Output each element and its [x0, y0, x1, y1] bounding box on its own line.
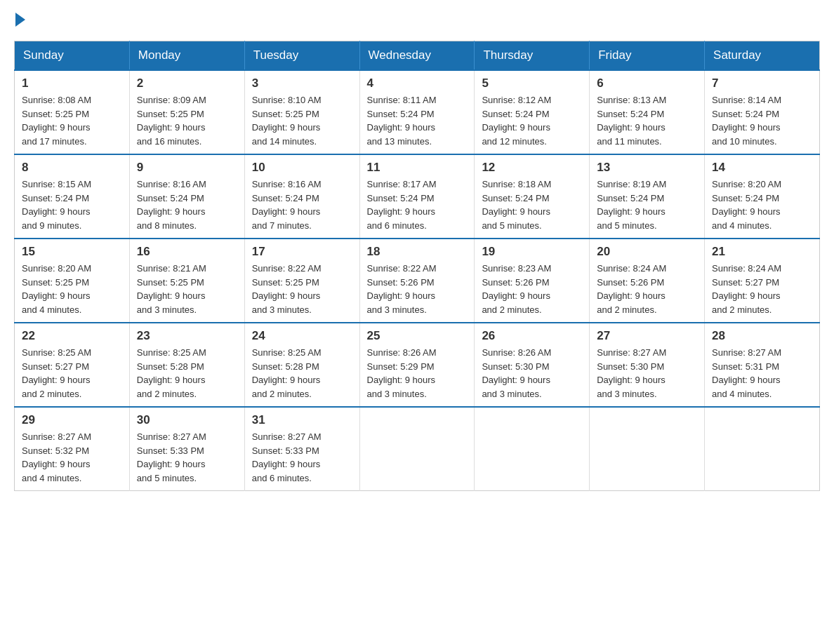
- day-info: Sunrise: 8:09 AMSunset: 5:25 PMDaylight:…: [137, 93, 237, 148]
- logo-blue-container: [14, 14, 25, 27]
- day-number: 4: [367, 76, 468, 90]
- day-info: Sunrise: 8:19 AMSunset: 5:24 PMDaylight:…: [597, 177, 697, 232]
- calendar-week-row: 8Sunrise: 8:15 AMSunset: 5:24 PMDaylight…: [15, 154, 820, 239]
- calendar-day-cell: 28Sunrise: 8:27 AMSunset: 5:31 PMDayligh…: [705, 323, 820, 407]
- calendar-day-cell: [705, 407, 820, 491]
- calendar-day-cell: 20Sunrise: 8:24 AMSunset: 5:26 PMDayligh…: [590, 239, 705, 323]
- calendar-day-cell: 29Sunrise: 8:27 AMSunset: 5:32 PMDayligh…: [15, 407, 130, 491]
- day-number: 20: [597, 245, 697, 259]
- day-number: 12: [482, 161, 582, 175]
- day-number: 21: [712, 245, 812, 259]
- calendar-day-cell: 11Sunrise: 8:17 AMSunset: 5:24 PMDayligh…: [359, 154, 475, 239]
- calendar-day-cell: 12Sunrise: 8:18 AMSunset: 5:24 PMDayligh…: [475, 154, 590, 239]
- day-info: Sunrise: 8:25 AMSunset: 5:28 PMDaylight:…: [137, 346, 237, 401]
- calendar-day-cell: 2Sunrise: 8:09 AMSunset: 5:25 PMDaylight…: [129, 70, 244, 154]
- day-number: 30: [137, 413, 237, 427]
- calendar-day-cell: 18Sunrise: 8:22 AMSunset: 5:26 PMDayligh…: [359, 239, 475, 323]
- calendar-day-cell: [475, 407, 590, 491]
- day-number: 7: [712, 76, 812, 90]
- page-header: [14, 14, 820, 27]
- day-number: 6: [597, 76, 697, 90]
- day-info: Sunrise: 8:25 AMSunset: 5:28 PMDaylight:…: [252, 346, 352, 401]
- header-day-tuesday: Tuesday: [244, 41, 359, 71]
- day-number: 27: [597, 329, 697, 343]
- calendar-day-cell: 13Sunrise: 8:19 AMSunset: 5:24 PMDayligh…: [590, 154, 705, 239]
- day-info: Sunrise: 8:24 AMSunset: 5:26 PMDaylight:…: [597, 262, 697, 316]
- day-number: 31: [252, 413, 352, 427]
- day-number: 2: [137, 76, 237, 90]
- day-number: 24: [252, 329, 352, 343]
- calendar-day-cell: 9Sunrise: 8:16 AMSunset: 5:24 PMDaylight…: [129, 154, 244, 239]
- header-day-thursday: Thursday: [475, 41, 590, 71]
- header-day-monday: Monday: [129, 41, 244, 71]
- day-number: 11: [367, 161, 468, 175]
- day-info: Sunrise: 8:24 AMSunset: 5:27 PMDaylight:…: [712, 262, 812, 316]
- day-info: Sunrise: 8:16 AMSunset: 5:24 PMDaylight:…: [137, 177, 237, 232]
- calendar-day-cell: [590, 407, 705, 491]
- day-number: 16: [137, 245, 237, 259]
- calendar-week-row: 15Sunrise: 8:20 AMSunset: 5:25 PMDayligh…: [15, 239, 820, 323]
- day-number: 8: [22, 161, 122, 175]
- calendar-table: SundayMondayTuesdayWednesdayThursdayFrid…: [14, 41, 820, 491]
- day-info: Sunrise: 8:08 AMSunset: 5:25 PMDaylight:…: [22, 93, 122, 148]
- day-number: 22: [22, 329, 122, 343]
- day-number: 1: [22, 76, 122, 90]
- day-number: 9: [137, 161, 237, 175]
- day-number: 29: [22, 413, 122, 427]
- day-info: Sunrise: 8:25 AMSunset: 5:27 PMDaylight:…: [22, 346, 122, 401]
- calendar-day-cell: 10Sunrise: 8:16 AMSunset: 5:24 PMDayligh…: [244, 154, 359, 239]
- day-number: 18: [367, 245, 468, 259]
- calendar-day-cell: 7Sunrise: 8:14 AMSunset: 5:24 PMDaylight…: [705, 70, 820, 154]
- calendar-day-cell: 17Sunrise: 8:22 AMSunset: 5:25 PMDayligh…: [244, 239, 359, 323]
- calendar-day-cell: 15Sunrise: 8:20 AMSunset: 5:25 PMDayligh…: [15, 239, 130, 323]
- day-info: Sunrise: 8:13 AMSunset: 5:24 PMDaylight:…: [597, 93, 697, 148]
- day-number: 26: [482, 329, 582, 343]
- header-day-wednesday: Wednesday: [359, 41, 475, 71]
- calendar-day-cell: 4Sunrise: 8:11 AMSunset: 5:24 PMDaylight…: [359, 70, 475, 154]
- day-number: 15: [22, 245, 122, 259]
- calendar-day-cell: 25Sunrise: 8:26 AMSunset: 5:29 PMDayligh…: [359, 323, 475, 407]
- calendar-day-cell: 24Sunrise: 8:25 AMSunset: 5:28 PMDayligh…: [244, 323, 359, 407]
- logo: [14, 14, 25, 27]
- day-info: Sunrise: 8:26 AMSunset: 5:30 PMDaylight:…: [482, 346, 582, 401]
- day-info: Sunrise: 8:18 AMSunset: 5:24 PMDaylight:…: [482, 177, 582, 232]
- day-number: 17: [252, 245, 352, 259]
- header-day-friday: Friday: [590, 41, 705, 71]
- calendar-day-cell: 3Sunrise: 8:10 AMSunset: 5:25 PMDaylight…: [244, 70, 359, 154]
- day-info: Sunrise: 8:22 AMSunset: 5:26 PMDaylight:…: [367, 262, 468, 316]
- calendar-day-cell: 5Sunrise: 8:12 AMSunset: 5:24 PMDaylight…: [475, 70, 590, 154]
- day-info: Sunrise: 8:22 AMSunset: 5:25 PMDaylight:…: [252, 262, 352, 316]
- day-info: Sunrise: 8:27 AMSunset: 5:33 PMDaylight:…: [137, 430, 237, 485]
- calendar-day-cell: 16Sunrise: 8:21 AMSunset: 5:25 PMDayligh…: [129, 239, 244, 323]
- calendar-week-row: 29Sunrise: 8:27 AMSunset: 5:32 PMDayligh…: [15, 407, 820, 491]
- day-number: 25: [367, 329, 468, 343]
- calendar-day-cell: 22Sunrise: 8:25 AMSunset: 5:27 PMDayligh…: [15, 323, 130, 407]
- calendar-day-cell: 8Sunrise: 8:15 AMSunset: 5:24 PMDaylight…: [15, 154, 130, 239]
- header-day-sunday: Sunday: [15, 41, 130, 71]
- calendar-day-cell: 6Sunrise: 8:13 AMSunset: 5:24 PMDaylight…: [590, 70, 705, 154]
- day-info: Sunrise: 8:26 AMSunset: 5:29 PMDaylight:…: [367, 346, 468, 401]
- day-info: Sunrise: 8:23 AMSunset: 5:26 PMDaylight:…: [482, 262, 582, 316]
- calendar-week-row: 1Sunrise: 8:08 AMSunset: 5:25 PMDaylight…: [15, 70, 820, 154]
- day-info: Sunrise: 8:27 AMSunset: 5:30 PMDaylight:…: [597, 346, 697, 401]
- calendar-header-row: SundayMondayTuesdayWednesdayThursdayFrid…: [15, 41, 820, 71]
- day-number: 5: [482, 76, 582, 90]
- day-info: Sunrise: 8:17 AMSunset: 5:24 PMDaylight:…: [367, 177, 468, 232]
- day-number: 23: [137, 329, 237, 343]
- day-info: Sunrise: 8:20 AMSunset: 5:24 PMDaylight:…: [712, 177, 812, 232]
- calendar-day-cell: 27Sunrise: 8:27 AMSunset: 5:30 PMDayligh…: [590, 323, 705, 407]
- calendar-day-cell: 31Sunrise: 8:27 AMSunset: 5:33 PMDayligh…: [244, 407, 359, 491]
- day-info: Sunrise: 8:14 AMSunset: 5:24 PMDaylight:…: [712, 93, 812, 148]
- day-number: 13: [597, 161, 697, 175]
- day-info: Sunrise: 8:27 AMSunset: 5:31 PMDaylight:…: [712, 346, 812, 401]
- day-info: Sunrise: 8:27 AMSunset: 5:32 PMDaylight:…: [22, 430, 122, 485]
- calendar-day-cell: 23Sunrise: 8:25 AMSunset: 5:28 PMDayligh…: [129, 323, 244, 407]
- day-number: 3: [252, 76, 352, 90]
- calendar-day-cell: 1Sunrise: 8:08 AMSunset: 5:25 PMDaylight…: [15, 70, 130, 154]
- calendar-day-cell: 19Sunrise: 8:23 AMSunset: 5:26 PMDayligh…: [475, 239, 590, 323]
- day-info: Sunrise: 8:12 AMSunset: 5:24 PMDaylight:…: [482, 93, 582, 148]
- day-number: 10: [252, 161, 352, 175]
- day-info: Sunrise: 8:16 AMSunset: 5:24 PMDaylight:…: [252, 177, 352, 232]
- day-info: Sunrise: 8:20 AMSunset: 5:25 PMDaylight:…: [22, 262, 122, 316]
- day-info: Sunrise: 8:21 AMSunset: 5:25 PMDaylight:…: [137, 262, 237, 316]
